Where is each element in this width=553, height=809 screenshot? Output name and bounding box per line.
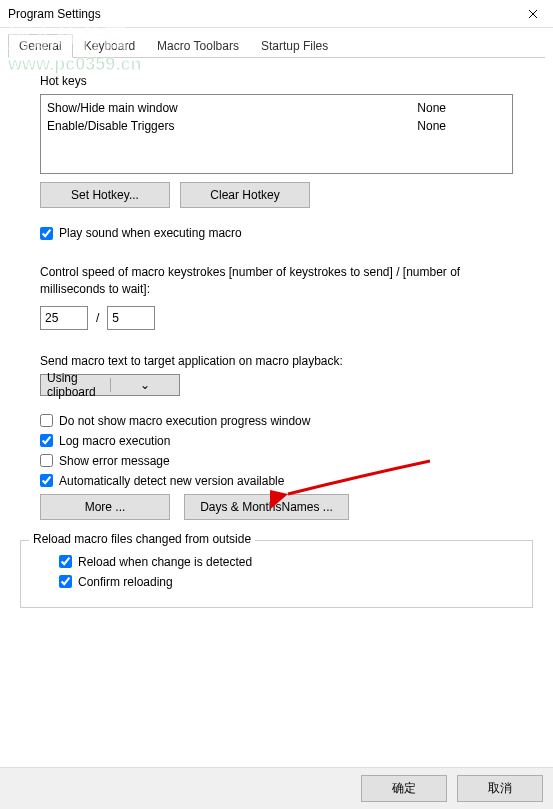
confirm-reload-checkbox[interactable] [59, 575, 72, 588]
close-icon [528, 9, 538, 19]
reload-detected-checkbox[interactable] [59, 555, 72, 568]
reload-legend: Reload macro files changed from outside [29, 532, 255, 546]
showerror-checkbox[interactable] [40, 454, 53, 467]
more-button[interactable]: More ... [40, 494, 170, 520]
hotkeys-label: Hot keys [40, 74, 513, 88]
slash-label: / [96, 311, 99, 325]
tab-content-general: Hot keys Show/Hide main window None Enab… [0, 58, 553, 608]
clear-hotkey-button[interactable]: Clear Hotkey [180, 182, 310, 208]
milliseconds-input[interactable] [107, 306, 155, 330]
chevron-down-icon: ⌄ [110, 378, 180, 392]
tab-macro-toolbars[interactable]: Macro Toolbars [146, 34, 250, 58]
close-button[interactable] [513, 0, 553, 28]
autodetect-checkbox[interactable] [40, 474, 53, 487]
hotkey-value: None [417, 119, 446, 133]
sendmode-value: Using clipboard [41, 371, 110, 399]
autodetect-label: Automatically detect new version availab… [59, 474, 284, 488]
list-item[interactable]: Show/Hide main window None [47, 99, 506, 117]
noprogress-checkbox[interactable] [40, 414, 53, 427]
showerror-label: Show error message [59, 454, 170, 468]
playsound-checkbox[interactable] [40, 227, 53, 240]
cancel-button[interactable]: 取消 [457, 775, 543, 802]
logexecution-checkbox[interactable] [40, 434, 53, 447]
playsound-label: Play sound when executing macro [59, 226, 242, 240]
tab-general[interactable]: General [8, 34, 73, 58]
dialog-footer: 确定 取消 [0, 767, 553, 809]
daysmonths-button[interactable]: Days & MonthsNames ... [184, 494, 349, 520]
logexecution-label: Log macro execution [59, 434, 170, 448]
hotkey-value: None [417, 101, 446, 115]
reload-detected-label: Reload when change is detected [78, 555, 252, 569]
hotkey-name: Show/Hide main window [47, 101, 178, 115]
speed-label: Control speed of macro keystrokes [numbe… [40, 264, 513, 298]
noprogress-label: Do not show macro execution progress win… [59, 414, 310, 428]
window-title: Program Settings [8, 7, 101, 21]
reload-group: Reload macro files changed from outside … [20, 540, 533, 608]
list-item[interactable]: Enable/Disable Triggers None [47, 117, 506, 135]
tab-keyboard[interactable]: Keyboard [73, 34, 146, 58]
hotkeys-list[interactable]: Show/Hide main window None Enable/Disabl… [40, 94, 513, 174]
titlebar: Program Settings [0, 0, 553, 28]
hotkey-name: Enable/Disable Triggers [47, 119, 174, 133]
set-hotkey-button[interactable]: Set Hotkey... [40, 182, 170, 208]
keystrokes-input[interactable] [40, 306, 88, 330]
sendmode-combobox[interactable]: Using clipboard ⌄ [40, 374, 180, 396]
tab-startup-files[interactable]: Startup Files [250, 34, 339, 58]
ok-button[interactable]: 确定 [361, 775, 447, 802]
tab-strip: General Keyboard Macro Toolbars Startup … [0, 30, 553, 58]
sendmode-label: Send macro text to target application on… [40, 354, 513, 368]
confirm-reload-label: Confirm reloading [78, 575, 173, 589]
